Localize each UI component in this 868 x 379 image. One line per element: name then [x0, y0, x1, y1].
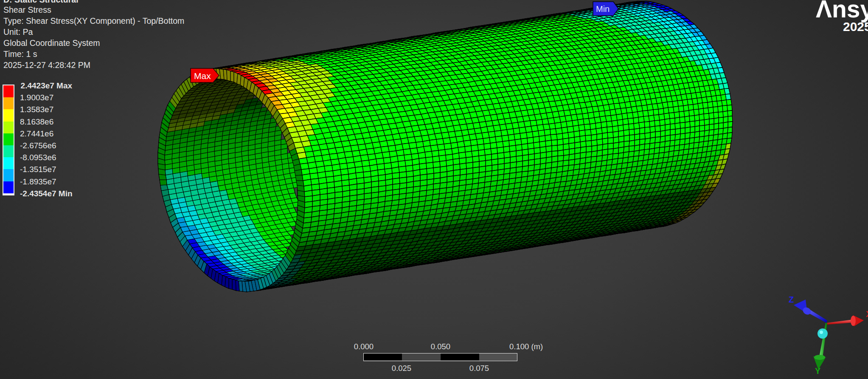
svg-text:Min: Min: [596, 4, 610, 14]
svg-text:X: X: [866, 309, 868, 319]
svg-text:Z: Z: [789, 295, 794, 304]
svg-text:Y: Y: [815, 366, 821, 376]
svg-text:Max: Max: [194, 71, 211, 81]
